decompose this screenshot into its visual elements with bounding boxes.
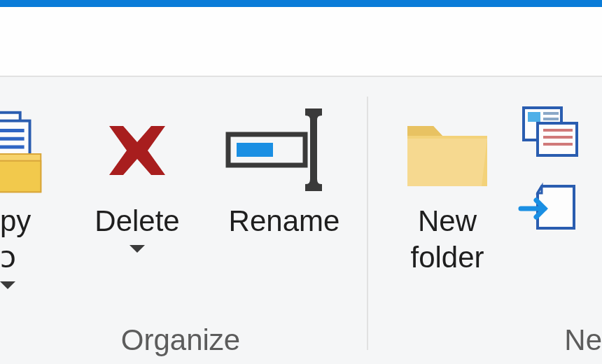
easy-access-button[interactable] — [518, 182, 595, 238]
ribbon-group-new-label: Ne — [564, 323, 602, 364]
ribbon-group-new-items: New folder — [381, 77, 595, 323]
new-item-button[interactable] — [518, 105, 595, 161]
ribbon-tabs-area — [0, 7, 602, 76]
ribbon-group-separator — [367, 97, 368, 350]
rename-label: Rename — [229, 203, 340, 239]
rename-icon — [221, 98, 347, 203]
ribbon-group-organize: py ɔ Delete — [0, 77, 361, 364]
copy-to-label: py ɔ — [0, 203, 55, 276]
dropdown-caret-icon — [130, 245, 145, 253]
new-folder-button[interactable]: New folder — [381, 91, 514, 276]
rename-button[interactable]: Rename — [207, 91, 361, 239]
ribbon-home-tab: py ɔ Delete — [0, 76, 602, 364]
ribbon-group-new: New folder — [374, 77, 602, 364]
ribbon-group-organize-items: py ɔ Delete — [0, 77, 361, 323]
svg-rect-7 — [237, 143, 273, 157]
window-titlebar — [0, 0, 602, 7]
copy-to-folder-icon — [0, 98, 55, 203]
new-folder-label: New folder — [410, 203, 484, 276]
new-group-side-items — [514, 91, 595, 238]
delete-split-button[interactable]: Delete — [67, 91, 207, 253]
svg-rect-10 — [543, 112, 559, 115]
delete-x-icon — [95, 98, 179, 203]
copy-to-split-button[interactable]: py ɔ — [0, 91, 55, 289]
new-folder-icon — [395, 98, 500, 203]
svg-rect-9 — [528, 112, 540, 122]
dropdown-caret-icon — [0, 281, 15, 289]
svg-rect-11 — [543, 118, 559, 120]
svg-rect-12 — [538, 123, 577, 155]
easy-access-icon — [518, 182, 588, 238]
new-item-icon — [518, 105, 588, 161]
ribbon-group-organize-label: Organize — [121, 323, 240, 364]
delete-label: Delete — [94, 203, 179, 239]
